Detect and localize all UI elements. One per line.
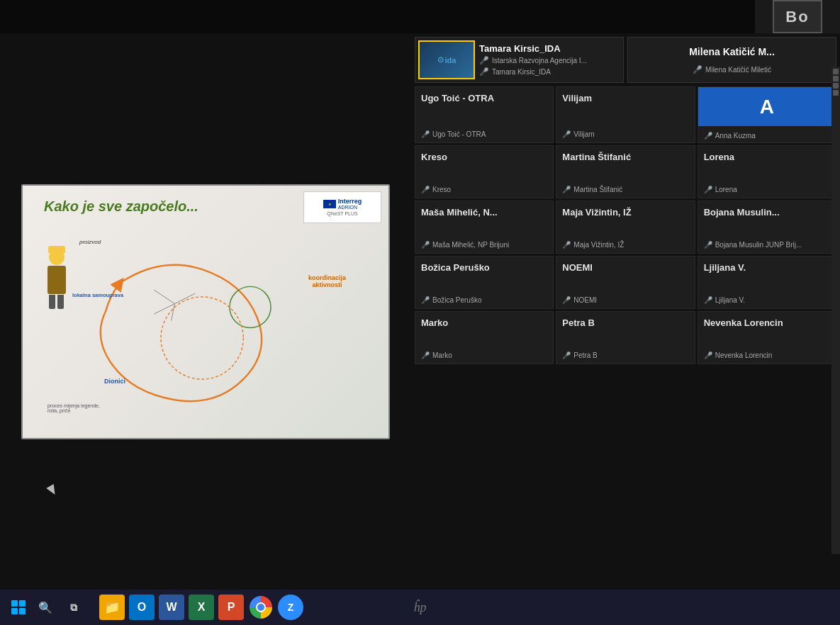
participant-card[interactable]: Lorena 🎤 Lorena [698, 145, 836, 198]
label-proces: proces mijenja legende, mita, priče [47, 403, 100, 413]
participant-card[interactable]: Martina Štifanić 🎤 Martina Štifanić [556, 145, 695, 198]
participant-name: Kreso [421, 152, 547, 162]
taskbar-search-button[interactable]: 🔍 [35, 597, 55, 617]
slide-logo: ★ Interreg ADRION QNeST PLUS [303, 191, 381, 223]
participant-username: 🎤 Lorena [704, 186, 830, 193]
mic-icon: 🎤 [704, 241, 712, 249]
participant-username: 🎤 Ljiljana V. [704, 296, 830, 304]
excel-button[interactable]: X [189, 595, 214, 620]
participant-tamara-featured[interactable]: ⊙ida Tamara Kirsic_IDA 🎤 Istarska Razvoj… [415, 37, 624, 83]
participant-milena-featured[interactable]: Milena Katičić M... 🎤 Milena Katičić Mil… [627, 37, 836, 83]
chrome-button[interactable] [248, 595, 274, 620]
main-content: Kako je sve započelo... ★ Interreg ADRIO… [0, 33, 840, 590]
mic-icon-2: 🎤 [479, 67, 489, 77]
participant-name: Maja Vižintin, IŽ [562, 207, 688, 218]
participant-username: 🎤 Anna Kuzma [704, 132, 830, 140]
participant-name: Petra B [562, 317, 688, 328]
label-lokalna: lokalna samouprava [72, 292, 123, 298]
svg-line-3 [154, 303, 174, 314]
participant-name: Vilijam [562, 93, 688, 103]
label-koordinacija: koordinacija aktivnosti [308, 274, 346, 288]
chrome-icon [250, 596, 272, 619]
participant-card[interactable]: Maja Vižintin, IŽ 🎤 Maja Vižintin, IŽ [556, 201, 695, 254]
label-dionici: Dionici [104, 378, 125, 385]
word-button[interactable]: W [159, 595, 184, 620]
taskbar-apps: 📁 O W X P Z [99, 595, 303, 620]
participant-username: 🎤 Maša Mihelić, NP Brijuni [421, 241, 547, 249]
diagram-area: proizvod lokalna samouprava koordinacija… [33, 228, 378, 427]
top-bar: Bo [755, 0, 840, 33]
participant-card[interactable]: Maša Mihelić, N... 🎤 Maša Mihelić, NP Br… [415, 201, 554, 254]
diagram-svg [33, 228, 378, 427]
anna-info: 🎤 Anna Kuzma [698, 129, 836, 142]
bo-label: Bo [785, 8, 809, 26]
zoom-button[interactable]: Z [278, 595, 303, 620]
participant-name: Lorena [704, 152, 830, 162]
mic-icon: 🎤 [704, 351, 712, 359]
powerpoint-button[interactable]: P [218, 595, 244, 620]
eu-flag-icon: ★ [323, 200, 336, 208]
mic-icon: 🎤 [562, 186, 571, 193]
search-icon: 🔍 [38, 601, 52, 614]
participant-username: 🎤 Petra B [562, 351, 688, 359]
windows-start-button[interactable] [7, 596, 30, 619]
mic-icon: 🎤 [562, 351, 571, 359]
participant-card[interactable]: Ugo Toić - OTRA 🎤 Ugo Toić - OTRA [415, 86, 554, 143]
participant-card[interactable]: Vilijam 🎤 Vilijam [556, 86, 695, 143]
panel-dot [833, 90, 839, 96]
interreg-text: Interreg [338, 198, 362, 205]
featured-row: ⊙ida Tamara Kirsic_IDA 🎤 Istarska Razvoj… [415, 37, 836, 83]
participant-card[interactable]: Bojana Musulin... 🎤 Bojana Musulin JUNP … [698, 201, 836, 254]
mic-icon: 🎤 [562, 241, 571, 249]
mic-icon: 🎤 [421, 186, 430, 193]
mic-icon-milena: 🎤 [693, 65, 702, 74]
taskview-icon: ⧉ [70, 602, 77, 614]
participant-card-anna[interactable]: A 🎤 Anna Kuzma [698, 86, 836, 143]
bo-avatar[interactable]: Bo [773, 0, 822, 33]
participant-card[interactable]: Ljiljana V. 🎤 Ljiljana V. [698, 256, 836, 309]
participant-username: 🎤 Martina Štifanić [562, 186, 688, 193]
svg-line-2 [172, 303, 175, 320]
tamara-thumbnail: ⊙ida [418, 40, 475, 79]
participant-username: 🎤 Bojana Musulin JUNP Brij... [704, 241, 830, 249]
svg-line-0 [154, 290, 174, 303]
mic-icon: 🎤 [704, 296, 712, 304]
adrion-text: ADRION [338, 205, 362, 210]
participant-username: 🎤 NOEMI [562, 296, 688, 304]
outlook-button[interactable]: O [129, 595, 155, 620]
presentation-slide[interactable]: Kako je sve započelo... ★ Interreg ADRIO… [21, 184, 390, 439]
participant-name: Martina Štifanić [562, 152, 688, 162]
participant-name: Božica Peruško [421, 262, 547, 273]
powerpoint-icon: P [228, 601, 235, 614]
tamara-subtitle-text: Istarska Razvojna Agencija I... [492, 57, 587, 64]
participant-card[interactable]: NOEMI 🎤 NOEMI [556, 256, 695, 309]
panel-dot [833, 76, 839, 81]
participant-username: 🎤 Marko [421, 351, 547, 359]
tamara-username: Tamara Kirsic_IDA [492, 68, 551, 76]
participant-card[interactable]: Božica Peruško 🎤 Božica Peruško [415, 256, 554, 309]
participant-card[interactable]: Petra B 🎤 Petra B [556, 311, 695, 364]
tamara-username-row: 🎤 Tamara Kirsic_IDA [479, 67, 587, 77]
participant-username: 🎤 Božica Peruško [421, 296, 547, 304]
participant-username: 🎤 Vilijam [562, 130, 688, 138]
mic-icon: 🎤 [479, 56, 489, 65]
right-panel [831, 67, 840, 554]
task-view-button[interactable]: ⧉ [61, 595, 86, 620]
anna-avatar: A [698, 87, 836, 126]
mic-icon: 🎤 [421, 351, 430, 359]
participants-area[interactable]: ⊙ida Tamara Kirsic_IDA 🎤 Istarska Razvoj… [411, 33, 840, 590]
mic-icon: 🎤 [421, 241, 430, 249]
taskbar: 🔍 ⧉ 📁 O W X P [0, 590, 840, 625]
folder-icon: 📁 [104, 599, 120, 615]
participant-card[interactable]: Marko 🎤 Marko [415, 311, 554, 364]
milena-name: Milena Katičić M... [689, 46, 775, 57]
panel-dot [833, 69, 839, 74]
participant-card[interactable]: Kreso 🎤 Kreso [415, 145, 554, 198]
mic-icon: 🎤 [421, 296, 430, 304]
participant-name: Maša Mihelić, N... [421, 207, 547, 218]
zoom-icon: Z [288, 602, 294, 613]
participant-name: Ljiljana V. [704, 262, 830, 273]
mic-icon: 🎤 [421, 130, 430, 138]
file-explorer-button[interactable]: 📁 [99, 595, 125, 620]
participant-card[interactable]: Nevenka Lorencin 🎤 Nevenka Lorencin [698, 311, 836, 364]
